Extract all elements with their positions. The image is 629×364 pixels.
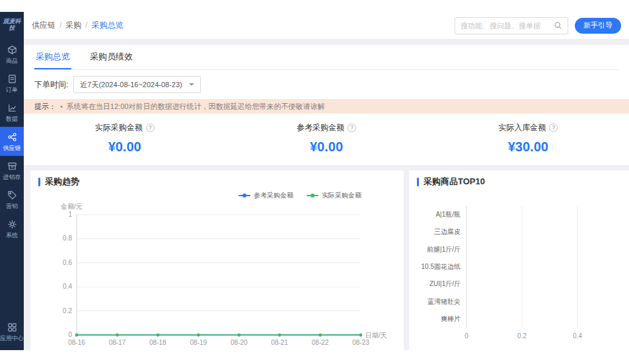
svg-text:08-16: 08-16 bbox=[68, 339, 85, 346]
help-icon[interactable]: ? bbox=[146, 124, 155, 132]
sidebar-item-label: 进销存 bbox=[3, 174, 21, 180]
sidebar-item-label: 商品 bbox=[6, 58, 18, 64]
svg-text:08-21: 08-21 bbox=[271, 339, 288, 346]
filter-row: 下单时间: 近7天(2024-08-16~2024-08-23) bbox=[34, 70, 618, 99]
svg-text:08-18: 08-18 bbox=[149, 339, 166, 346]
sidebar-item-label: 订单 bbox=[6, 87, 18, 93]
chart-legend: 参考采购金额 实际采购金额 bbox=[38, 188, 396, 200]
global-search[interactable] bbox=[455, 17, 568, 34]
stat-value: ¥0.00 bbox=[108, 139, 141, 155]
stat-label: 实际入库金额 bbox=[498, 122, 546, 133]
stat-label: 实际采购金额 bbox=[95, 122, 143, 133]
sidebar-bottom: 应用中心 bbox=[0, 317, 24, 346]
stat-label-row: 实际入库金额 ? bbox=[498, 122, 558, 133]
app-center-icon bbox=[7, 322, 17, 334]
stat-value: ¥30.00 bbox=[508, 139, 548, 155]
legend-item-reference[interactable]: 参考采购金额 bbox=[239, 191, 293, 200]
svg-text:0.4: 0.4 bbox=[63, 283, 72, 290]
header-actions: 新手引导 bbox=[455, 17, 621, 34]
goods-icon bbox=[7, 45, 17, 56]
marketing-icon bbox=[7, 190, 17, 201]
svg-text:08-19: 08-19 bbox=[190, 339, 207, 346]
help-icon[interactable]: ? bbox=[348, 124, 356, 132]
top10-chart: 00.20.4A|1瓶/瓶三边腐皮前腿|1斤/斤10.5圆花边纸ZUI|1斤/斤… bbox=[417, 188, 629, 349]
sidebar-item-data[interactable]: 数据 bbox=[0, 98, 24, 127]
svg-text:10.5圆花边纸: 10.5圆花边纸 bbox=[422, 263, 461, 270]
svg-text:日期/天: 日期/天 bbox=[365, 332, 387, 339]
stat-label-row: 参考采购金额 ? bbox=[297, 122, 356, 133]
breadcrumb-item[interactable]: 采购 bbox=[65, 20, 81, 30]
sidebar-item-inventory[interactable]: 进销存 bbox=[0, 156, 24, 185]
order-time-label: 下单时间: bbox=[34, 79, 68, 91]
svg-text:爽棒片: 爽棒片 bbox=[441, 315, 461, 322]
svg-text:ZUI|1斤/斤: ZUI|1斤/斤 bbox=[429, 280, 461, 287]
tab-purchase-overview[interactable]: 采购总览 bbox=[34, 45, 71, 69]
trend-chart: 00.20.40.60.8108-1608-1708-1808-1908-200… bbox=[38, 200, 395, 350]
svg-text:金额/元: 金额/元 bbox=[60, 203, 83, 210]
stat-actual-purchase: 实际采购金额 ? ¥0.00 bbox=[24, 122, 225, 155]
date-range-select[interactable]: 近7天(2024-08-16~2024-08-23) bbox=[73, 76, 200, 93]
date-range-value: 近7天(2024-08-16~2024-08-23) bbox=[80, 80, 182, 90]
card-title-row: 采购趋势 bbox=[38, 176, 396, 188]
stat-value: ¥0.00 bbox=[310, 139, 343, 155]
help-icon[interactable]: ? bbox=[549, 124, 558, 132]
svg-text:0: 0 bbox=[464, 332, 468, 340]
svg-text:08-22: 08-22 bbox=[312, 339, 329, 346]
sidebar-item-label: 系统 bbox=[6, 233, 18, 238]
tab-buyer-performance[interactable]: 采购员绩效 bbox=[89, 45, 134, 69]
card-title-row: 采购商品TOP10 bbox=[417, 176, 621, 188]
sidebar-item-app-center[interactable]: 应用中心 bbox=[0, 317, 24, 346]
svg-text:前腿|1斤/斤: 前腿|1斤/斤 bbox=[427, 246, 461, 253]
svg-text:08-20: 08-20 bbox=[231, 339, 248, 346]
svg-text:三边腐皮: 三边腐皮 bbox=[434, 228, 461, 235]
sidebar-nav: 商品 订单 数据 供应链 进销存 bbox=[0, 40, 24, 243]
svg-text:0.2: 0.2 bbox=[63, 307, 72, 314]
stat-actual-inbound: 实际入库金额 ? ¥30.00 bbox=[427, 122, 629, 155]
sidebar-item-system[interactable]: 系统 bbox=[0, 214, 24, 243]
supply-chain-icon bbox=[7, 132, 17, 143]
screen: 观麦科技 商品 订单 数据 供应链 bbox=[0, 0, 629, 364]
svg-text:A|1瓶/瓶: A|1瓶/瓶 bbox=[435, 211, 461, 218]
card-title: 采购商品TOP10 bbox=[424, 176, 485, 188]
breadcrumb-separator: / bbox=[59, 20, 61, 30]
orders-icon bbox=[7, 74, 17, 85]
card-title: 采购趋势 bbox=[45, 176, 79, 188]
legend-label: 参考采购金额 bbox=[254, 191, 293, 200]
sidebar: 观麦科技 商品 订单 数据 供应链 bbox=[0, 12, 24, 350]
breadcrumb-separator: / bbox=[85, 20, 87, 30]
svg-text:08-17: 08-17 bbox=[109, 339, 126, 346]
legend-line-dot-icon bbox=[239, 195, 250, 196]
legend-line-dot-icon bbox=[307, 195, 318, 196]
svg-text:0: 0 bbox=[68, 331, 72, 338]
system-icon bbox=[7, 219, 17, 231]
sidebar-item-supply-chain[interactable]: 供应链 bbox=[0, 127, 24, 156]
stat-label: 参考采购金额 bbox=[297, 122, 344, 133]
sidebar-item-marketing[interactable]: 营销 bbox=[0, 185, 24, 214]
breadcrumb-item[interactable]: 供应链 bbox=[32, 20, 56, 30]
search-input[interactable] bbox=[461, 22, 554, 30]
sidebar-item-orders[interactable]: 订单 bbox=[0, 69, 24, 98]
charts-row: 采购趋势 参考采购金额 实际采购金额 00.2 bbox=[24, 165, 629, 350]
legend-item-actual[interactable]: 实际采购金额 bbox=[307, 191, 361, 200]
summary-stats: 实际采购金额 ? ¥0.00 参考采购金额 ? ¥0.00 bbox=[24, 114, 629, 165]
newbie-guide-button[interactable]: 新手引导 bbox=[575, 18, 621, 34]
legend-label: 实际采购金额 bbox=[322, 191, 361, 200]
svg-text:08-23: 08-23 bbox=[352, 339, 369, 346]
svg-text:0.4: 0.4 bbox=[573, 332, 582, 340]
inventory-icon bbox=[7, 161, 17, 172]
stat-label-row: 实际采购金额 ? bbox=[95, 122, 155, 133]
title-accent-bar bbox=[417, 178, 419, 186]
sidebar-item-goods[interactable]: 商品 bbox=[0, 40, 24, 69]
overview-panel: 采购总览 采购员绩效 下单时间: 近7天(2024-08-16~2024-08-… bbox=[24, 45, 629, 99]
svg-text:蓝湾猪肚尖: 蓝湾猪肚尖 bbox=[427, 298, 461, 305]
notice-bullet: • bbox=[60, 102, 63, 110]
svg-text:0.8: 0.8 bbox=[63, 235, 72, 242]
notice-banner: 提示： • 系统将在当日12:00对前日的数据进行统计，因数据延迟给您带来的不便… bbox=[24, 99, 629, 114]
purchase-trend-card: 采购趋势 参考采购金额 实际采购金额 00.2 bbox=[30, 170, 404, 350]
chevron-down-icon bbox=[189, 83, 194, 86]
stat-reference-purchase: 参考采购金额 ? ¥0.00 bbox=[225, 122, 427, 155]
top-header: 供应链/采购/采购总览 新手引导 bbox=[24, 12, 629, 40]
sidebar-item-label: 数据 bbox=[6, 116, 18, 122]
breadcrumb: 供应链/采购/采购总览 bbox=[32, 20, 124, 31]
notice-prefix: 提示： bbox=[34, 102, 56, 112]
